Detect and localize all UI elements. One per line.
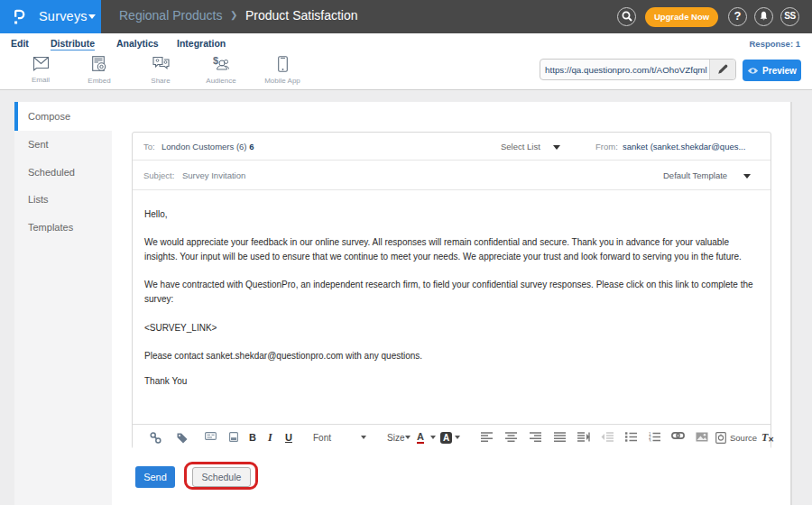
- svg-text:$: $: [213, 56, 218, 66]
- svg-text:3: 3: [649, 439, 651, 442]
